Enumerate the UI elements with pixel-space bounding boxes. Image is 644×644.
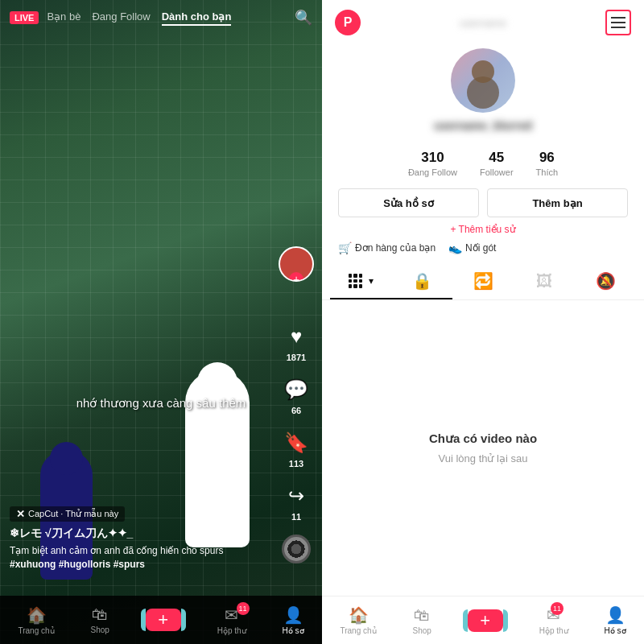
nav-shop-left[interactable]: 🛍 Shop (90, 605, 109, 634)
tab-repost[interactable]: 🔁 (452, 264, 514, 299)
profile-username: username_blurred (434, 119, 532, 132)
home-icon: 🏠 (27, 605, 47, 625)
add-button-right[interactable]: + (468, 609, 503, 632)
tab-private[interactable]: 🔕 (575, 264, 636, 299)
tab-liked[interactable]: 🖼 (514, 264, 575, 299)
live-badge: LIVE (10, 11, 39, 24)
capcut-badge[interactable]: ✕ CapCut · Thử mẫu này (10, 506, 125, 522)
profile-action-buttons: Sửa hồ sơ Thêm bạn (322, 188, 644, 217)
liked-icon: 🖼 (536, 272, 552, 291)
menu-button[interactable] (605, 10, 631, 35)
menu-line-1 (611, 17, 625, 19)
empty-title: Chưa có video nào (429, 431, 537, 446)
tab-grid[interactable]: ▾ (330, 264, 391, 299)
shop-icon: 🛍 (92, 605, 108, 624)
following-count: 310 (421, 150, 444, 166)
bookmark-count: 113 (289, 459, 303, 469)
tab-for-you[interactable]: Dành cho bạn (162, 10, 232, 26)
menu-line-3 (611, 27, 625, 28)
nav-inbox-label: Hộp thư (217, 626, 246, 635)
bookmark-icon: 🔖 (282, 428, 311, 457)
video-subtitle: nhớ thương xưa càng sâu thêm (0, 396, 322, 411)
music-action[interactable] (282, 535, 311, 564)
grid-icon (349, 274, 363, 288)
stat-following: 310 Đang Follow (408, 150, 457, 177)
profile-header: P username (322, 0, 644, 42)
home-icon-right: 🏠 (349, 605, 369, 625)
video-info: ✕ CapCut · Thử mẫu này ❄レモ √刀イム刀ん✦✦_ Tạm… (10, 506, 250, 572)
content-tabs: ▾ 🔒 🔁 🖼 🔕 (322, 264, 644, 300)
nav-add-right[interactable]: + (468, 609, 503, 632)
tab-following[interactable]: Đang Follow (92, 10, 150, 26)
nav-profile-label-right: Hồ sơ (605, 626, 626, 635)
stat-likes: 96 Thích (536, 150, 559, 177)
profile-avatar-section: username_blurred (322, 42, 644, 143)
stats-row: 310 Đang Follow 45 Follower 96 Thích (322, 143, 644, 188)
following-label: Đang Follow (408, 167, 457, 177)
heel-link[interactable]: 👟 Nối gót (448, 242, 496, 254)
likes-label: Thích (536, 167, 559, 177)
followers-label: Follower (480, 167, 514, 177)
followers-count: 45 (489, 150, 504, 166)
nav-inbox-left[interactable]: ✉ 11 Hộp thư (217, 605, 246, 635)
avatar[interactable] (279, 246, 314, 282)
share-icon: ↪ (282, 481, 311, 510)
nav-home-label: Trang chủ (18, 626, 54, 635)
nav-inbox-label-right: Hộp thư (539, 626, 568, 635)
inbox-badge-count-right: 11 (551, 602, 564, 615)
nav-inbox-right[interactable]: ✉ 11 Hộp thư (539, 605, 568, 635)
comment-count: 66 (291, 406, 301, 415)
music-disc (282, 535, 311, 564)
video-username[interactable]: ❄レモ √刀イム刀ん✦✦_ (10, 526, 250, 541)
capcut-label: CapCut · Thử mẫu này (28, 509, 118, 519)
tab-friends[interactable]: Bạn bè (47, 10, 80, 26)
comment-action[interactable]: 💬 66 (282, 375, 311, 415)
order-link[interactable]: 🛒 Đơn hàng của bạn (338, 242, 436, 254)
profile-avatar (451, 48, 515, 113)
like-count: 1871 (287, 353, 306, 362)
capcut-icon: ✕ (16, 508, 25, 520)
nav-home-left[interactable]: 🏠 Trang chủ (18, 605, 54, 635)
like-action[interactable]: ♥ 1871 (282, 322, 311, 362)
nav-home-right[interactable]: 🏠 Trang chủ (340, 605, 376, 635)
tab-lock[interactable]: 🔒 (391, 264, 452, 299)
menu-line-2 (611, 22, 625, 23)
profile-icon-right: 👤 (605, 605, 625, 625)
cart-icon: 🛒 (338, 242, 352, 254)
search-icon[interactable]: 🔍 (295, 9, 312, 27)
add-friend-button[interactable]: Thêm bạn (487, 188, 628, 217)
profile-icon-left: 👤 (283, 605, 303, 625)
heel-label: Nối gót (465, 242, 496, 254)
nav-add-left[interactable]: + (146, 609, 181, 631)
bookmark-action[interactable]: 🔖 113 (282, 428, 311, 469)
right-bottom-nav: 🏠 Trang chủ 🛍 Shop + ✉ 11 Hộp thư 👤 Hồ s… (322, 596, 644, 644)
video-feed-panel: LIVE Bạn bè Đang Follow Dành cho bạn 🔍 n… (0, 0, 322, 644)
edit-profile-button[interactable]: Sửa hồ sơ (338, 188, 479, 217)
order-row: 🛒 Đơn hàng của bạn 👟 Nối gót (322, 242, 644, 254)
left-bottom-nav: 🏠 Trang chủ 🛍 Shop + ✉ 11 Hộp thư 👤 Hồ s… (0, 596, 322, 644)
nav-profile-right[interactable]: 👤 Hồ sơ (605, 605, 626, 635)
empty-state: Chưa có video nào Vui lòng thử lại sau (322, 300, 644, 596)
nav-profile-left[interactable]: 👤 Hồ sơ (283, 605, 304, 635)
add-button-left[interactable]: + (146, 609, 181, 631)
heel-icon: 👟 (448, 242, 462, 254)
empty-subtitle: Vui lòng thử lại sau (439, 452, 528, 464)
nav-profile-label: Hồ sơ (283, 626, 304, 635)
nav-shop-label-right: Shop (412, 626, 431, 635)
video-description: Tạm biệt anh cảm ơn anh đã cống hiến cho… (10, 544, 250, 572)
likes-count: 96 (539, 150, 555, 166)
add-bio[interactable]: + Thêm tiểu sử (322, 224, 644, 235)
feed-tabs: Bạn bè Đang Follow Dành cho bạn (47, 10, 295, 26)
nav-shop-right[interactable]: 🛍 Shop (412, 606, 431, 635)
video-hashtags[interactable]: #xuhuong #hugolloris #spurs (10, 559, 145, 570)
repost-icon: 🔁 (473, 271, 493, 291)
p-icon: P (335, 10, 361, 35)
action-buttons: ♥ 1871 💬 66 🔖 113 ↪ 11 (279, 246, 314, 564)
private-icon: 🔕 (596, 271, 616, 291)
lock-icon: 🔒 (412, 271, 432, 291)
stat-followers: 45 Follower (480, 150, 514, 177)
share-count: 11 (291, 512, 301, 522)
share-action[interactable]: ↪ 11 (282, 481, 311, 522)
tab-grid-arrow: ▾ (369, 275, 374, 287)
nav-home-label-right: Trang chủ (340, 626, 376, 635)
